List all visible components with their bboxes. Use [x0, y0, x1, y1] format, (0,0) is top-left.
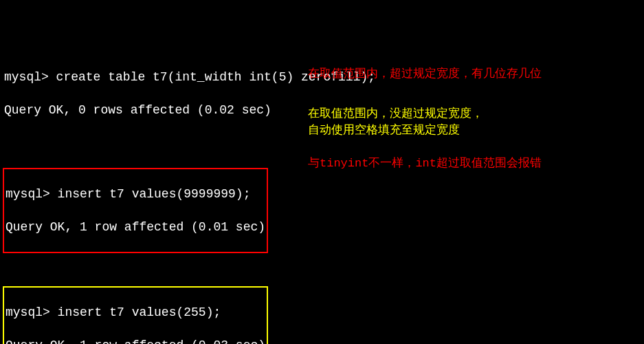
insert-255-result: Query OK, 1 row affected (0.03 sec)	[5, 337, 265, 344]
insert-255-block: mysql> insert t7 values(255); Query OK, …	[3, 286, 268, 344]
annotation-zerofill-line2: 自动使用空格填充至规定宽度	[308, 122, 460, 139]
insert-9999999-block: mysql> insert t7 values(9999999); Query …	[3, 168, 268, 253]
spacer	[4, 253, 644, 270]
insert-9999999-prompt: mysql> insert t7 values(9999999);	[5, 186, 265, 202]
annotation-zerofill-line1: 在取值范围内，没超过规定宽度，	[308, 106, 483, 122]
annotation-int-range-error: 与tinyint不一样，int超过取值范围会报错	[308, 155, 542, 172]
insert-9999999-result: Query OK, 1 row affected (0.01 sec)	[5, 219, 265, 235]
insert-255-prompt: mysql> insert t7 values(255);	[5, 304, 265, 321]
annotation-overflow-width: 在取值范围内，超过规定宽度，有几位存几位	[308, 66, 542, 83]
